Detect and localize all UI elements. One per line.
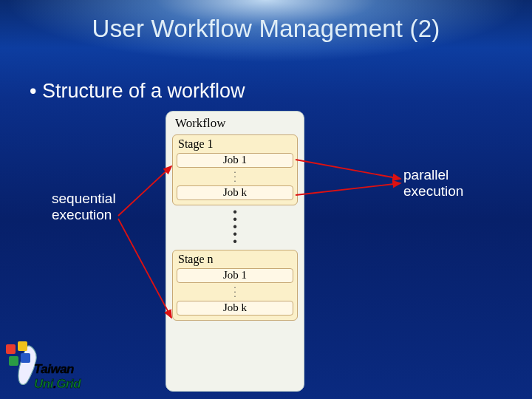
stage-1-title: Stage 1 — [177, 137, 293, 153]
logo-square-red — [6, 344, 16, 354]
stage-n-box: Stage n Job 1 ··· Job k — [172, 250, 298, 321]
stage-1-job-1: Job 1 — [177, 153, 293, 168]
workflow-label: Workflow — [166, 112, 304, 132]
parallel-label: parallel execution — [403, 167, 463, 200]
stage-n-job-k: Job k — [177, 301, 293, 316]
parallel-l1: parallel — [403, 167, 449, 183]
stage-1-job-k: Job k — [177, 185, 293, 200]
parallel-l2: execution — [403, 183, 463, 199]
logo-grid: Grid — [56, 377, 81, 391]
logo-uni: Uni — [34, 377, 53, 391]
sequential-l1: sequential — [52, 191, 116, 206]
logo-square-blue — [21, 353, 30, 363]
logo-taiwan: Taiwan — [34, 362, 74, 376]
stage-n-title: Stage n — [177, 252, 293, 268]
stage-1-box: Stage 1 Job 1 ··· Job k — [172, 134, 298, 205]
arrow-seq-2 — [118, 219, 171, 318]
sequential-l2: execution — [52, 207, 112, 222]
bullet-structure: Structure of a workflow — [30, 80, 245, 103]
logo: Taiwan Uni.Grid — [4, 341, 108, 398]
slide: User Workflow Management (2) Structure o… — [0, 0, 532, 399]
ellipsis-icon: ••••• — [166, 205, 304, 247]
logo-text: Taiwan Uni.Grid — [34, 362, 81, 392]
arrow-seq-1 — [118, 166, 171, 216]
sequential-label: sequential execution — [52, 191, 116, 223]
arrow-par-2 — [296, 183, 400, 195]
ellipsis-icon: ··· — [177, 283, 293, 301]
logo-square-green — [9, 356, 18, 366]
stage-n-job-1: Job 1 — [177, 268, 293, 283]
ellipsis-icon: ··· — [177, 168, 293, 185]
workflow-diagram: Workflow Stage 1 Job 1 ··· Job k ••••• S… — [166, 111, 304, 392]
arrow-par-1 — [296, 160, 400, 179]
page-title: User Workflow Management (2) — [0, 15, 532, 43]
logo-square-yellow — [18, 341, 27, 351]
